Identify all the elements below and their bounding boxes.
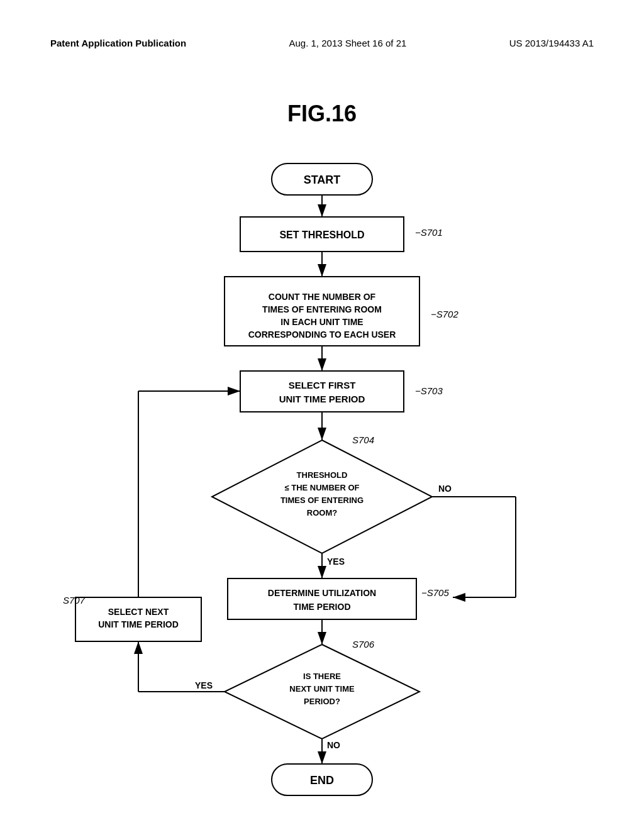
s706-step: S706 [352, 639, 375, 650]
s707-line2: UNIT TIME PERIOD [98, 619, 179, 629]
s704-line2: ≤ THE NUMBER OF [284, 483, 359, 492]
header-date-sheet: Aug. 1, 2013 Sheet 16 of 21 [289, 38, 407, 48]
svg-rect-7 [240, 371, 404, 412]
s702-line4: CORRESPONDING TO EACH USER [248, 329, 396, 340]
start-label: START [304, 174, 341, 186]
s704-line4: ROOM? [307, 508, 337, 517]
flowchart-svg: START SET THRESHOLD −S701 COUNT THE NUMB… [0, 145, 644, 830]
s701-label: SET THRESHOLD [279, 230, 364, 240]
s707-line1: SELECT NEXT [108, 607, 169, 617]
s706-line1: IS THERE [303, 672, 341, 681]
s704-line1: THRESHOLD [297, 470, 348, 480]
s703-line1: SELECT FIRST [289, 380, 356, 390]
no-label-s704: NO [438, 484, 452, 494]
s706-line2: NEXT UNIT TIME [289, 684, 355, 694]
s704-step: S704 [352, 434, 374, 445]
s702-line1: COUNT THE NUMBER OF [269, 292, 376, 302]
s703-line2: UNIT TIME PERIOD [279, 394, 365, 404]
s702-line3: IN EACH UNIT TIME [280, 317, 363, 327]
s702-step: −S702 [431, 309, 458, 319]
s705-line1: DETERMINE UTILIZATION [268, 588, 376, 598]
s706-line3: PERIOD? [304, 697, 340, 706]
s707-step: S707 [63, 595, 86, 606]
yes-label-s704: YES [327, 556, 345, 567]
page: Patent Application Publication Aug. 1, 2… [0, 0, 644, 830]
flowchart: START SET THRESHOLD −S701 COUNT THE NUMB… [0, 145, 644, 830]
no-label-s706: NO [327, 740, 340, 750]
s701-step: −S701 [415, 227, 443, 238]
s703-step: −S703 [415, 385, 443, 396]
header-publication: Patent Application Publication [50, 38, 186, 48]
figure-title: FIG.16 [0, 101, 644, 127]
s705-step: −S705 [421, 587, 449, 598]
svg-rect-14 [228, 578, 416, 619]
header-patent-number: US 2013/194433 A1 [509, 38, 594, 48]
yes-label-s706: YES [195, 680, 213, 690]
s704-line3: TIMES OF ENTERING [280, 495, 364, 505]
header: Patent Application Publication Aug. 1, 2… [0, 38, 644, 48]
end-label: END [310, 774, 334, 787]
s702-line2: TIMES OF ENTERING ROOM [262, 304, 382, 314]
s705-line2: TIME PERIOD [293, 602, 350, 612]
